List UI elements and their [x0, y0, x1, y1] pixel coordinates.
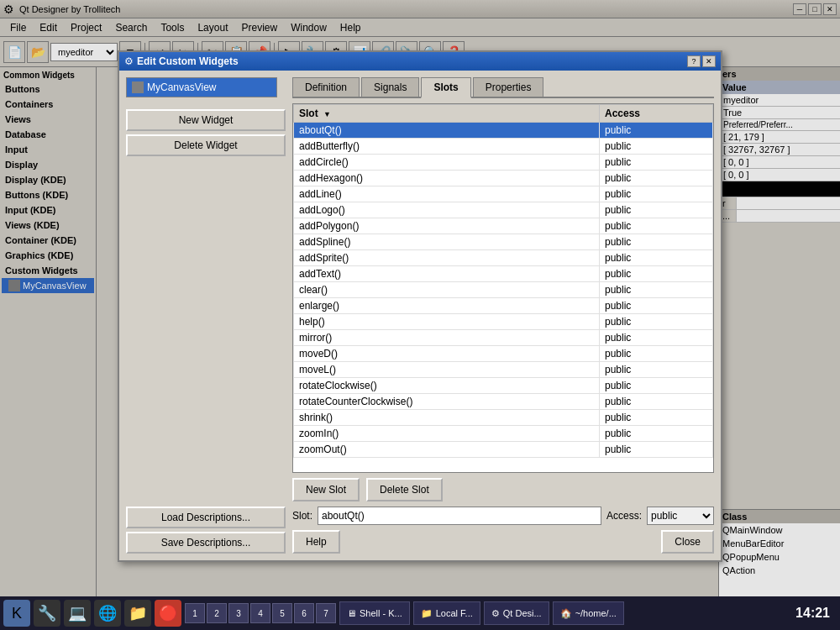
action-row: New Slot Delete Slot — [292, 478, 714, 501]
taskbar-icon-4[interactable]: 📁 — [124, 600, 151, 627]
slot-label: Slot: — [292, 510, 312, 522]
table-row[interactable]: rotateClockwise()public — [294, 378, 713, 394]
table-row[interactable]: zoomIn()public — [294, 426, 713, 442]
taskbar-app-qtdesigner[interactable]: ⚙ Qt Desi... — [484, 601, 549, 625]
load-desc-button[interactable]: Load Descriptions... — [126, 507, 286, 528]
pager-4[interactable]: 4 — [250, 603, 270, 623]
pager-3[interactable]: 3 — [228, 603, 249, 623]
tab-definition[interactable]: Definition — [292, 77, 360, 97]
tabs-header: Definition Signals Slots Properties — [292, 77, 714, 98]
delete-widget-button[interactable]: Delete Widget — [126, 134, 286, 156]
table-row[interactable]: addSpline()public — [294, 234, 713, 250]
taskbar-icon-5[interactable]: 🔴 — [155, 600, 181, 627]
slots-table-container[interactable]: Slot ▼ Access aboutQt()publicaddButterfl… — [292, 103, 714, 473]
edit-custom-widgets-dialog: ⚙ Edit Custom Widgets ? ✕ MyCanvasView N — [118, 50, 722, 562]
widget-list-icon — [132, 81, 144, 93]
table-row[interactable]: shrink()public — [294, 410, 713, 426]
taskbar-app-files[interactable]: 📁 Local F... — [413, 601, 480, 625]
pager-7[interactable]: 7 — [316, 603, 336, 623]
table-row[interactable]: addLine()public — [294, 186, 713, 202]
taskbar-icon-2[interactable]: 💻 — [64, 600, 91, 627]
table-row[interactable]: addButterfly()public — [294, 139, 713, 155]
taskbar-icon-3[interactable]: 🌐 — [94, 600, 121, 627]
table-row[interactable]: zoomOut()public — [294, 442, 713, 458]
table-row[interactable]: clear()public — [294, 282, 713, 298]
tab-signals[interactable]: Signals — [361, 77, 419, 97]
pager-2[interactable]: 2 — [207, 603, 227, 623]
taskbar-app-home[interactable]: 🏠 ~/home/... — [553, 601, 624, 625]
widget-buttons: New Widget Delete Widget — [126, 109, 286, 156]
close-dialog-button[interactable]: Close — [661, 530, 714, 554]
new-widget-button[interactable]: New Widget — [126, 109, 286, 131]
sort-arrow-icon: ▼ — [323, 110, 331, 118]
table-row[interactable]: addCircle()public — [294, 155, 713, 171]
dialog-title-bar: ⚙ Edit Custom Widgets ? ✕ — [119, 52, 721, 71]
table-row[interactable]: addPolygon()public — [294, 218, 713, 234]
table-row[interactable]: addText()public — [294, 266, 713, 282]
table-row[interactable]: help()public — [294, 314, 713, 330]
dialog-help-btn[interactable]: ? — [687, 55, 701, 67]
help-button[interactable]: Help — [292, 530, 340, 554]
modal-overlay: ⚙ Edit Custom Widgets ? ✕ MyCanvasView N — [0, 0, 840, 630]
table-row[interactable]: addSprite()public — [294, 250, 713, 266]
slot-input-row: Slot: Access: public protected private — [292, 507, 714, 525]
table-row[interactable]: rotateCounterClockwise()public — [294, 394, 713, 410]
tab-slots[interactable]: Slots — [421, 77, 470, 98]
widget-list-item-0[interactable]: MyCanvasView — [127, 78, 276, 97]
taskbar-pager: 1 2 3 4 5 6 7 — [185, 603, 336, 623]
col-slot[interactable]: Slot ▼ — [294, 105, 600, 123]
desc-buttons: Load Descriptions... Save Descriptions..… — [126, 507, 286, 554]
col-access[interactable]: Access — [599, 105, 712, 123]
taskbar-clock: 14:21 — [789, 606, 837, 621]
pager-1[interactable]: 1 — [185, 603, 205, 623]
delete-slot-button[interactable]: Delete Slot — [366, 478, 443, 501]
slot-input[interactable] — [318, 507, 601, 525]
access-select[interactable]: public protected private — [647, 507, 714, 525]
dialog-controls: ? ✕ — [687, 55, 716, 67]
access-label: Access: — [606, 510, 642, 522]
slots-table: Slot ▼ Access aboutQt()publicaddButterfl… — [293, 104, 713, 458]
table-row[interactable]: aboutQt()public — [294, 123, 713, 139]
taskbar-app-shell[interactable]: 🖥 Shell - K... — [339, 601, 410, 625]
table-row[interactable]: enlarge()public — [294, 298, 713, 314]
taskbar-icon-1[interactable]: 🔧 — [34, 600, 60, 627]
new-slot-button[interactable]: New Slot — [292, 478, 360, 501]
table-row[interactable]: moveL()public — [294, 362, 713, 378]
dialog-body: MyCanvasView New Widget Delete Widget Lo… — [119, 71, 721, 560]
dialog-close-btn[interactable]: ✕ — [702, 55, 716, 67]
dialog-footer-btns: Help Close — [292, 530, 714, 554]
taskbar-start-icon[interactable]: K — [3, 600, 30, 627]
table-row[interactable]: mirror()public — [294, 330, 713, 346]
dialog-right: Definition Signals Slots Properties Slot… — [292, 77, 714, 554]
widget-panel: MyCanvasView New Widget Delete Widget Lo… — [126, 77, 286, 554]
save-desc-button[interactable]: Save Descriptions... — [126, 532, 286, 554]
pager-6[interactable]: 6 — [294, 603, 314, 623]
tab-properties[interactable]: Properties — [473, 77, 544, 97]
table-row[interactable]: addHexagon()public — [294, 171, 713, 186]
table-row[interactable]: addLogo()public — [294, 202, 713, 218]
widget-list: MyCanvasView — [126, 77, 277, 97]
taskbar: K 🔧 💻 🌐 📁 🔴 1 2 3 4 5 6 7 🖥 Shell - K...… — [0, 596, 840, 630]
pager-5[interactable]: 5 — [272, 603, 292, 623]
dialog-title: Edit Custom Widgets — [137, 55, 239, 67]
table-row[interactable]: moveD()public — [294, 346, 713, 362]
